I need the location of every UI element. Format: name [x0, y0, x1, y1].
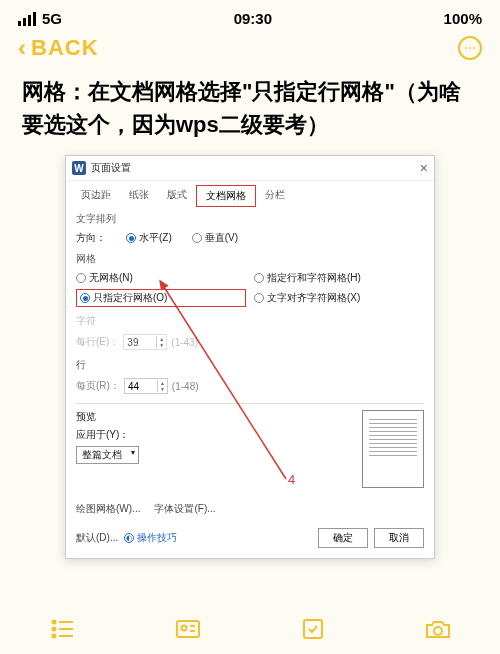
- battery-label: 100%: [444, 10, 482, 27]
- apply-to-select[interactable]: 整篇文档: [76, 446, 139, 464]
- chevron-left-icon: ‹: [18, 36, 27, 60]
- svg-rect-11: [304, 620, 322, 638]
- chars-per-line-input: ▲▼: [123, 334, 167, 350]
- more-button[interactable]: ⋯: [458, 36, 482, 60]
- status-bar: 5G 09:30 100%: [0, 0, 500, 33]
- svg-point-5: [52, 635, 55, 638]
- cancel-button[interactable]: 取消: [374, 528, 424, 548]
- tab-margins[interactable]: 页边距: [72, 185, 120, 207]
- default-link[interactable]: 默认(D)...: [76, 531, 118, 545]
- nav-bar: ‹ BACK ⋯: [0, 33, 500, 71]
- tips-link[interactable]: ◐操作技巧: [124, 531, 177, 545]
- back-label: BACK: [31, 35, 99, 61]
- back-button[interactable]: ‹ BACK: [18, 35, 99, 61]
- radio-row-only-grid[interactable]: 只指定行网格(O): [80, 291, 167, 305]
- page-title: 网格：在文档网格选择"只指定行网格"（为啥要选这个，因为wps二级要考）: [0, 71, 500, 155]
- ok-button[interactable]: 确定: [318, 528, 368, 548]
- signal-icon: [18, 12, 36, 26]
- svg-point-1: [52, 621, 55, 624]
- tab-columns[interactable]: 分栏: [256, 185, 294, 207]
- svg-point-8: [181, 626, 186, 631]
- draw-grid-link[interactable]: 绘图网格(W)...: [76, 502, 140, 516]
- char-section: 字符: [66, 309, 434, 331]
- dialog-title: 页面设置: [91, 161, 131, 175]
- bottom-toolbar: [0, 606, 500, 654]
- svg-point-12: [434, 627, 442, 635]
- highlighted-option: 只指定行网格(O): [76, 289, 246, 307]
- radio-vertical[interactable]: 垂直(V): [192, 231, 238, 245]
- tab-doc-grid[interactable]: 文档网格: [196, 185, 256, 207]
- time-label: 09:30: [234, 10, 272, 27]
- tab-layout[interactable]: 版式: [158, 185, 196, 207]
- radio-align-char-grid[interactable]: 文字对齐字符网格(X): [254, 289, 424, 307]
- text-direction-section: 文字排列: [66, 207, 434, 229]
- per-page-label: 每页(R)：: [76, 379, 120, 393]
- lightbulb-icon: ◐: [124, 533, 134, 543]
- direction-label: 方向：: [76, 231, 106, 245]
- radio-horizontal[interactable]: 水平(Z): [126, 231, 172, 245]
- per-page-range: (1-48): [172, 381, 199, 392]
- svg-point-3: [52, 628, 55, 631]
- lines-per-page-input[interactable]: ▲▼: [124, 378, 168, 394]
- svg-rect-7: [177, 621, 199, 637]
- network-label: 5G: [42, 10, 62, 27]
- camera-icon[interactable]: [423, 616, 453, 642]
- tab-paper[interactable]: 纸张: [120, 185, 158, 207]
- id-card-icon[interactable]: [173, 616, 203, 642]
- radio-row-char-grid[interactable]: 指定行和字符网格(H): [254, 271, 424, 285]
- checklist-icon[interactable]: [298, 616, 328, 642]
- line-section: 行: [66, 353, 434, 375]
- grid-section: 网格: [66, 247, 434, 269]
- wps-icon: W: [72, 161, 86, 175]
- radio-no-grid[interactable]: 无网格(N): [76, 271, 246, 285]
- list-icon[interactable]: [48, 616, 78, 642]
- page-preview-icon: [362, 410, 424, 488]
- dialog-tabs: 页边距 纸张 版式 文档网格 分栏: [66, 181, 434, 207]
- per-line-range: (1-43): [171, 337, 198, 348]
- apply-label: 应用于(Y)：: [76, 428, 129, 442]
- font-settings-link[interactable]: 字体设置(F)...: [154, 502, 215, 516]
- close-icon[interactable]: ×: [420, 160, 428, 176]
- per-line-label: 每行(E)：: [76, 335, 119, 349]
- page-setup-dialog: W 页面设置 × 页边距 纸张 版式 文档网格 分栏 文字排列 方向： 水平(Z…: [65, 155, 435, 559]
- annotation-number: 4: [288, 472, 295, 487]
- preview-label: 预览: [76, 410, 350, 424]
